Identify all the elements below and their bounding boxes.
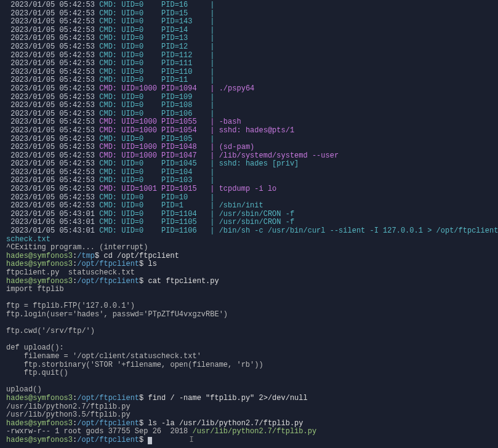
prompt-user: hades@symfonos3 [6,419,73,428]
timestamp: 2023/01/05 05:42:53 [10,118,95,126]
proc-meta: CMD: UID=0 PID=1 [99,201,206,210]
exit-msg: ^CExiting program... (interrupt) [6,243,148,252]
timestamp: 2023/01/05 05:42:53 [10,51,95,60]
proc-sep: | [206,34,219,42]
timestamp: 2023/01/05 05:42:53 [10,93,95,102]
prompt-path: /opt/ftpclient [77,260,139,268]
proc-meta: CMD: UID=0 PID=15 [99,9,206,18]
prompt-user: hades@symfonos3 [6,394,73,402]
file-content: ftp.storbinary('STOR '+filename, open(fi… [6,361,263,369]
proc-sep: | [206,42,219,51]
timestamp: 2023/01/05 05:43:01 [10,210,95,218]
timestamp: 2023/01/05 05:42:53 [10,176,95,185]
proc-meta: CMD: UID=0 PID=1106 [99,226,206,235]
prompt-user: hades@symfonos3 [6,252,73,260]
prompt-path: /opt/ftpclient [77,436,139,444]
shell-command: cat ftpclient.py [148,277,219,286]
proc-meta: CMD: UID=1000 PID=1055 [99,118,206,126]
proc-meta: CMD: UID=0 PID=109 [99,93,206,102]
timestamp: 2023/01/05 05:42:53 [10,168,95,177]
proc-cmd: /usr/sbin/CRON -f [219,218,294,226]
prompt-path: /opt/ftpclient [77,394,139,402]
proc-sep: | [206,101,219,110]
prompt-path: /opt/ftpclient [77,277,139,286]
timestamp: 2023/01/05 05:42:53 [10,126,95,135]
proc-meta: CMD: UID=0 PID=112 [99,51,206,60]
file-content: filename = '/opt/client/statuscheck.txt' [6,352,201,361]
cursor [148,437,152,444]
proc-cmd: (sd-pam) [219,143,255,151]
text-cursor-icon: I [189,436,193,445]
timestamp: 2023/01/05 05:42:53 [10,84,95,93]
timestamp: 2023/01/05 05:42:53 [10,76,95,84]
proc-meta: CMD: UID=0 PID=11 [99,76,206,84]
proc-cmd-cont: scheck.txt [6,235,50,244]
proc-meta: CMD: UID=0 PID=111 [99,59,206,68]
proc-meta: CMD: UID=1000 PID=1094 [99,84,206,93]
proc-meta: CMD: UID=1000 PID=1054 [99,126,206,135]
shell-command: find / -name "ftplib.py" 2>/dev/null [148,394,307,402]
timestamp: 2023/01/05 05:42:53 [10,59,95,68]
timestamp: 2023/01/05 05:42:53 [10,193,95,202]
proc-sep: | [206,218,219,226]
proc-meta: CMD: UID=0 PID=105 [99,135,206,143]
file-content: import ftplib [6,285,64,294]
proc-meta: CMD: UID=0 PID=13 [99,34,206,42]
file-content: ftp = ftplib.FTP('127.0.0.1') [6,302,135,310]
timestamp: 2023/01/05 05:42:53 [10,68,95,76]
proc-meta: CMD: UID=0 PID=103 [99,176,206,185]
timestamp: 2023/01/05 05:42:53 [10,9,95,18]
timestamp: 2023/01/05 05:42:53 [10,159,95,168]
proc-sep: | [206,201,219,210]
proc-meta: CMD: UID=0 PID=10 [99,193,206,202]
proc-sep: | [206,76,219,84]
proc-meta: CMD: UID=0 PID=16 [99,1,206,9]
proc-sep: | [206,68,219,76]
timestamp: 2023/01/05 05:42:53 [10,34,95,42]
proc-meta: CMD: UID=0 PID=106 [99,110,206,118]
proc-sep: | [206,143,219,151]
timestamp: 2023/01/05 05:43:01 [10,226,95,235]
proc-cmd: -bash [219,118,241,126]
timestamp: 2023/01/05 05:42:53 [10,1,95,9]
shell-command: ls -la /usr/lib/python2.7/ftplib.py [148,419,303,428]
proc-sep: | [206,176,219,185]
timestamp: 2023/01/05 05:42:53 [10,101,95,110]
proc-sep: | [206,159,219,168]
proc-sep: | [206,93,219,102]
proc-sep: | [206,185,219,193]
proc-sep: | [206,84,219,93]
timestamp: 2023/01/05 05:42:53 [10,26,95,34]
prompt-user: hades@symfonos3 [6,277,73,286]
proc-meta: CMD: UID=1000 PID=1047 [99,151,206,160]
terminal-output[interactable]: 2023/01/05 05:42:53 CMD: UID=0 PID=16 | … [0,0,498,444]
proc-meta: CMD: UID=0 PID=110 [99,68,206,76]
prompt-user: hades@symfonos3 [6,260,73,268]
find-result: /usr/lib/python2.7/ftplib.py [6,402,131,411]
timestamp: 2023/01/05 05:42:53 [10,151,95,160]
proc-meta: CMD: UID=0 PID=104 [99,168,206,177]
timestamp: 2023/01/05 05:42:53 [10,42,95,51]
proc-sep: | [206,26,219,34]
prompt-user: hades@symfonos3 [6,436,73,444]
find-result: /usr/lib/python3.5/ftplib.py [6,410,131,419]
shell-command: ls [148,260,156,268]
proc-meta: CMD: UID=1001 PID=1015 [99,185,206,193]
proc-sep: | [206,1,219,9]
proc-cmd: ./pspy64 [219,84,255,93]
proc-meta: CMD: UID=0 PID=1045 [99,159,206,168]
ls-output: ftpclient.py statuscheck.txt [6,268,135,277]
proc-sep: | [206,17,219,26]
proc-sep: | [206,135,219,143]
proc-cmd: tcpdump -i lo [219,185,277,193]
proc-sep: | [206,193,219,202]
proc-sep: | [206,110,219,118]
proc-sep: | [206,118,219,126]
timestamp: 2023/01/05 05:42:53 [10,110,95,118]
proc-sep: | [206,210,219,218]
file-content: ftp.login(user='hades', passwd='PTpZTfU4… [6,310,228,319]
shell-command: cd /opt/ftpclient [103,252,179,260]
timestamp: 2023/01/05 05:42:53 [10,143,95,151]
proc-meta: CMD: UID=1000 PID=1048 [99,143,206,151]
timestamp: 2023/01/05 05:42:53 [10,185,95,193]
